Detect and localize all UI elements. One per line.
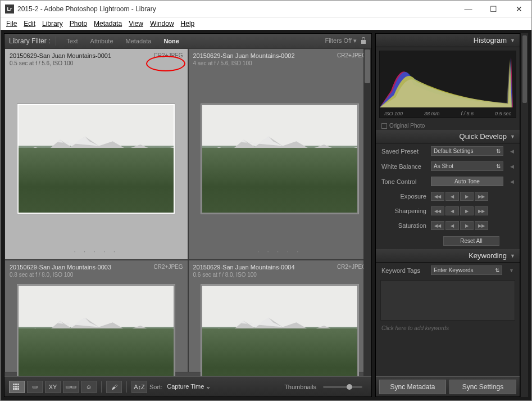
grid-toolbar: ▭ XY ▭▭ ☺ 🖌 A↕Z Sort: Capture Time ⌄ Thu… xyxy=(4,376,371,397)
menu-help[interactable]: Help xyxy=(179,19,197,29)
histo-aperture: f / 5.6 xyxy=(461,111,474,116)
right-panel: Histogram▼ ISO 100 38 mm f / 5.6 0.5 sec xyxy=(375,33,520,397)
cell-format-badge: CR2+JPEG xyxy=(154,52,183,59)
svg-rect-10 xyxy=(17,384,19,385)
saved-preset-label: Saved Preset xyxy=(381,148,426,155)
expand-icon[interactable]: ◀ xyxy=(510,148,514,154)
keyword-hint[interactable]: Click here to add keywords xyxy=(376,323,520,334)
thumbnail-image[interactable] xyxy=(17,285,175,376)
library-filter-bar: Library Filter : Text Attribute Metadata… xyxy=(4,34,371,48)
svg-rect-13 xyxy=(17,386,19,388)
window-title: 2015-2 - Adobe Photoshop Lightroom - Lib… xyxy=(17,5,456,13)
filter-attribute[interactable]: Attribute xyxy=(86,37,118,46)
filter-none[interactable]: None xyxy=(159,37,184,46)
exposure-big-up[interactable]: ▶▶ xyxy=(475,192,488,201)
histogram-header[interactable]: Histogram▼ xyxy=(376,34,520,47)
painter-tool-button[interactable]: 🖌 xyxy=(106,381,122,393)
filter-text[interactable]: Text xyxy=(62,37,82,46)
grid-cell-4[interactable]: 20150629-San Juan Mountains-0004 CR2+JPE… xyxy=(188,260,372,372)
auto-tone-button[interactable]: Auto Tone xyxy=(431,177,503,186)
cell-exposure-info: 0.5 sec at f / 5.6, ISO 100 xyxy=(7,60,185,69)
thumbnails-label: Thumbnails xyxy=(284,384,316,390)
cell-rating-dots[interactable]: · · · · · xyxy=(191,249,369,257)
histo-iso: ISO 100 xyxy=(384,111,403,116)
grid-cell-3[interactable]: 20150629-San Juan Mountains-0003 CR2+JPE… xyxy=(4,260,188,372)
filter-metadata[interactable]: Metadata xyxy=(121,37,156,46)
maximize-button[interactable]: ☐ xyxy=(481,1,506,17)
keyword-tags-dropdown[interactable]: Enter Keywords⇅ xyxy=(431,265,502,275)
menu-library[interactable]: Library xyxy=(40,19,65,29)
menu-metadata[interactable]: Metadata xyxy=(92,19,124,29)
white-balance-dropdown[interactable]: As Shot⇅ xyxy=(431,161,503,171)
expand-icon[interactable]: ◀ xyxy=(510,179,514,184)
saturation-big-up[interactable]: ▶▶ xyxy=(475,221,488,230)
menu-edit[interactable]: Edit xyxy=(21,19,38,29)
grid-cell-2[interactable]: 20150629-San Juan Mountains-0002 CR2+JPE… xyxy=(188,48,372,260)
keyword-text-area[interactable] xyxy=(380,280,515,321)
cell-format-badge: CR2+JPEG xyxy=(337,264,366,271)
thumbnail-image[interactable] xyxy=(201,104,358,214)
saturation-up[interactable]: ▶ xyxy=(460,221,474,230)
cell-title: 20150629-San Juan Mountains-0002 xyxy=(193,52,295,59)
thumbnail-size-slider[interactable] xyxy=(323,386,362,388)
thumbnail-wrap xyxy=(7,280,185,376)
keywording-header[interactable]: Keywording▼ xyxy=(376,249,520,263)
sync-metadata-button[interactable]: Sync Metadata xyxy=(379,380,446,394)
menu-window[interactable]: Window xyxy=(148,19,176,29)
expand-icon[interactable]: ◀ xyxy=(510,164,514,169)
cell-rating-dots[interactable]: · · · · · xyxy=(7,249,185,257)
sharpening-up[interactable]: ▶ xyxy=(460,206,474,215)
exposure-up[interactable]: ▶ xyxy=(460,192,474,201)
cell-title: 20150629-San Juan Mountains-0001 xyxy=(10,52,111,59)
histogram[interactable]: ISO 100 38 mm f / 5.6 0.5 sec xyxy=(379,51,516,118)
grid-view-button[interactable] xyxy=(9,381,25,393)
sharpening-big-down[interactable]: ◀◀ xyxy=(431,206,444,215)
right-panel-scrollbar[interactable] xyxy=(520,33,528,397)
sync-settings-button[interactable]: Sync Settings xyxy=(449,380,516,394)
svg-rect-12 xyxy=(15,386,17,388)
saved-preset-dropdown[interactable]: Default Settings⇅ xyxy=(431,146,503,156)
lock-icon[interactable] xyxy=(360,37,367,46)
reset-all-button[interactable]: Reset All xyxy=(443,236,499,246)
quick-develop-header[interactable]: Quick Develop▼ xyxy=(376,130,520,143)
cell-title: 20150629-San Juan Mountains-0004 xyxy=(193,264,295,271)
menu-file[interactable]: File xyxy=(4,19,19,29)
filters-off-dropdown[interactable]: Filters Off ▾ xyxy=(325,37,357,44)
svg-rect-16 xyxy=(17,388,19,390)
sort-dropdown[interactable]: Capture Time ⌄ xyxy=(167,383,211,390)
grid-scrollbar[interactable] xyxy=(363,48,371,376)
expand-icon[interactable]: ▼ xyxy=(509,268,514,273)
app-icon: Lr xyxy=(5,4,14,13)
menu-photo[interactable]: Photo xyxy=(67,19,89,29)
grid-cell-1[interactable]: 20150629-San Juan Mountains-0001 CR2+JPE… xyxy=(4,48,188,260)
cell-exposure-info: 0.8 sec at f / 8.0, ISO 100 xyxy=(7,272,185,280)
thumbnail-wrap xyxy=(191,69,369,249)
svg-rect-11 xyxy=(13,386,15,388)
thumbnail-image[interactable] xyxy=(201,285,358,376)
close-button[interactable]: ✕ xyxy=(506,1,531,17)
minimize-button[interactable]: — xyxy=(456,1,481,17)
sharpening-down[interactable]: ◀ xyxy=(445,206,459,215)
svg-rect-15 xyxy=(15,388,17,390)
menu-view[interactable]: View xyxy=(126,19,145,29)
keyword-tags-label: Keyword Tags xyxy=(381,267,426,274)
white-balance-label: White Balance xyxy=(381,163,426,170)
svg-rect-9 xyxy=(15,384,17,385)
people-view-button[interactable]: ☺ xyxy=(81,381,97,393)
exposure-big-down[interactable]: ◀◀ xyxy=(431,192,444,201)
compare-view-button[interactable]: XY xyxy=(45,381,61,393)
sort-direction-button[interactable]: A↕Z xyxy=(131,381,147,393)
saturation-down[interactable]: ◀ xyxy=(445,221,459,230)
loupe-view-button[interactable]: ▭ xyxy=(27,381,43,393)
menubar: File Edit Library Photo Metadata View Wi… xyxy=(1,17,531,30)
sharpening-big-up[interactable]: ▶▶ xyxy=(475,206,488,215)
exposure-down[interactable]: ◀ xyxy=(445,192,459,201)
thumbnail-grid[interactable]: 20150629-San Juan Mountains-0001 CR2+JPE… xyxy=(4,48,371,376)
saturation-big-down[interactable]: ◀◀ xyxy=(431,221,444,230)
checkbox-icon xyxy=(381,123,387,129)
thumbnail-image[interactable] xyxy=(17,104,175,214)
original-photo-toggle[interactable]: Original Photo xyxy=(376,121,520,130)
sort-label: Sort: xyxy=(149,384,162,390)
cell-format-badge: CR2+JPEG xyxy=(154,264,183,271)
survey-view-button[interactable]: ▭▭ xyxy=(63,381,79,393)
